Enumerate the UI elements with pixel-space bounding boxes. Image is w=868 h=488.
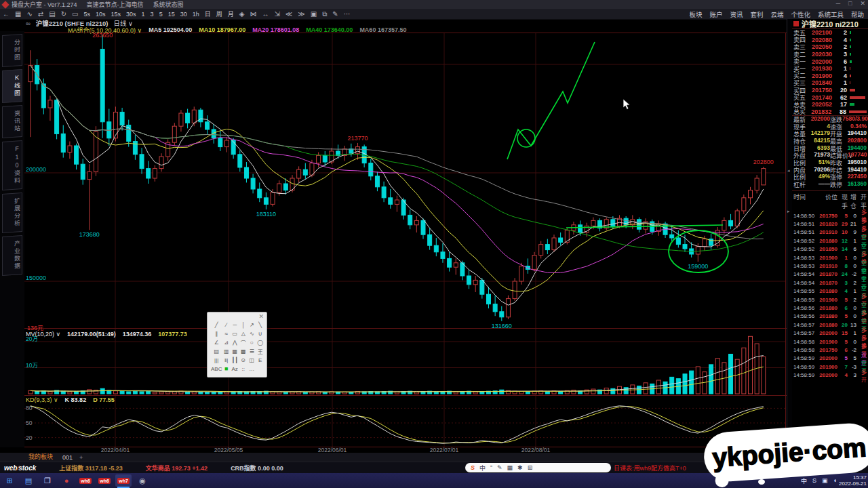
draw-tool[interactable]: ■ (222, 365, 231, 373)
draw-tool[interactable]: ┃┃ (231, 356, 239, 364)
draw-tool[interactable]: E (256, 356, 264, 364)
taskbar-app-◉[interactable]: ◉ (134, 474, 151, 487)
draw-tool[interactable]: ∪ (256, 329, 264, 338)
ime-icon[interactable]: 中 (479, 464, 486, 472)
tray-icon[interactable]: ▣ (822, 477, 828, 484)
draw-tool[interactable]: ▥ (222, 347, 231, 355)
minimize-button[interactable]: ─ (836, 0, 840, 7)
toolbar-icon[interactable]: ✎ (330, 9, 340, 19)
period-button-15[interactable]: 15 (165, 11, 178, 18)
taskbar-app-wh6[interactable]: wh6 (77, 474, 94, 487)
sidebar-tab-分时图[interactable]: 分时图 (2, 34, 22, 67)
mv-label[interactable]: MV(10,20) ∨ (26, 331, 60, 338)
draw-tool[interactable]: ||| (211, 356, 222, 364)
period-button-周[interactable]: 周 (214, 9, 225, 18)
draw-tool[interactable]: ⌒ (239, 338, 248, 346)
draw-tool[interactable]: ╲ (256, 321, 264, 329)
draw-tool[interactable]: 王 (256, 347, 264, 355)
add-board-button[interactable]: + (79, 454, 83, 461)
toolbar-icon[interactable]: ▤ (46, 9, 58, 19)
sidebar-tab-扩展分析[interactable]: 扩展分析 (2, 192, 22, 233)
menu-系统工具[interactable]: 系统工具 (818, 9, 844, 19)
draw-tool[interactable]: ∿ (248, 329, 256, 338)
draw-tool[interactable]: ☰ (248, 347, 256, 355)
close-button[interactable]: ✕ (860, 0, 865, 7)
period-button-月[interactable]: 月 (225, 9, 237, 18)
splitter-arrow-right-icon[interactable]: ▸ (787, 209, 790, 214)
maximize-button[interactable]: □ (848, 0, 852, 7)
toolbar-icon[interactable]: ≫ (295, 9, 307, 19)
index-CRB指数[interactable]: CRB指数 0.00 0.00 (231, 464, 283, 472)
draw-tool[interactable]: △ (239, 329, 248, 338)
sidebar-tab-资讯站[interactable]: 资讯站 (2, 105, 22, 138)
period-button-1h[interactable]: 1h (190, 11, 202, 18)
draw-tool[interactable]: ∠ (211, 338, 222, 346)
menu-帮助[interactable]: 帮助 (851, 9, 864, 19)
period-button-10s[interactable]: 10s (93, 11, 108, 18)
link-icon[interactable]: ∞ (26, 20, 31, 27)
toolbar-icon[interactable]: ▣ (308, 9, 319, 19)
tray-icon[interactable]: ◖ (833, 477, 837, 484)
toolbar-icon[interactable]: ▦ (12, 9, 24, 19)
toolbar-icon[interactable]: ≪ (283, 9, 295, 19)
draw-tool[interactable]: ≈ (222, 329, 231, 338)
draw-tool[interactable]: :: (239, 365, 248, 373)
toolbar-icon[interactable]: ↻ (58, 9, 69, 19)
draw-tool[interactable]: ▦ (231, 347, 239, 355)
period-button-日[interactable]: 日 (202, 9, 214, 18)
menu-套利[interactable]: 套利 (750, 9, 763, 19)
draw-tool[interactable]: ▭ (231, 329, 239, 338)
draw-tool[interactable]: ∥ (211, 329, 222, 338)
period-button-1[interactable]: 1 (139, 11, 148, 18)
taskbar-app-●[interactable]: ● (58, 474, 75, 487)
toolbar-icon[interactable]: ⋯ (341, 9, 353, 19)
draw-tool[interactable]: ◯ (256, 338, 264, 346)
palette-close-icon[interactable]: ✕ (258, 313, 264, 320)
draw-tool[interactable]: ⋀ (231, 338, 239, 346)
tick-row[interactable]: 14:58:5920200043多开 (792, 371, 868, 379)
toolbar-icon[interactable]: ◈ (237, 9, 248, 19)
period-button-5[interactable]: 5 (157, 11, 165, 18)
menu-板块[interactable]: 板块 (689, 9, 702, 19)
ime-icon[interactable]: ” (490, 464, 492, 471)
taskbar-app-❐[interactable]: ❐ (39, 474, 56, 487)
ime-logo-icon[interactable]: S (471, 464, 475, 471)
sidebar-tab-F10资料[interactable]: F10资料 (2, 140, 22, 190)
sidebar-tab-K线图[interactable]: K线图 (2, 69, 22, 103)
draw-tool[interactable]: ○ (248, 338, 256, 346)
tray-icon[interactable]: 中 (801, 476, 807, 485)
system-status-link[interactable]: 系统状态图 (153, 0, 184, 9)
ime-icon[interactable]: ✱ (517, 464, 523, 471)
splitter-arrow-left-icon[interactable]: ◂ (787, 168, 790, 174)
draw-tool[interactable]: Az (231, 365, 239, 373)
taskbar-app-wh7[interactable]: wh7 (115, 474, 132, 487)
toolbar-icon[interactable]: ← (0, 9, 12, 19)
period-button-5s[interactable]: 5s (81, 11, 94, 18)
draw-tool[interactable]: ↗ (248, 321, 256, 329)
period-button-15s[interactable]: 15s (108, 11, 124, 18)
taskbar-app-▤[interactable]: ▤ (20, 474, 37, 487)
toolbar-icon[interactable]: ⋈ (247, 9, 259, 19)
index-上证指数[interactable]: 上证指数 3117.18 -5.23 (59, 464, 123, 472)
draw-tool[interactable]: ‖| (222, 356, 231, 364)
toolbar-icon[interactable]: ⇄ (35, 9, 46, 19)
draw-tool[interactable]: ◫ (248, 356, 256, 364)
toolbar-icon[interactable]: ↔ (259, 9, 271, 19)
period-button-30s[interactable]: 30s (123, 11, 139, 18)
draw-tool[interactable]: ─ (231, 321, 239, 329)
draw-tool[interactable]: ▤ (211, 347, 222, 355)
menu-云端[interactable]: 云端 (770, 9, 783, 19)
kd-label[interactable]: KD(9,3,3) ∨ (26, 396, 58, 403)
ime-icon[interactable]: ✎ (497, 464, 502, 471)
toolbar-icon[interactable]: ⧉ (319, 9, 330, 19)
draw-tool[interactable]: … (248, 365, 256, 373)
panel-splitter[interactable]: ◂ ▸ (787, 19, 792, 447)
ime-toolbar[interactable]: S中”✎▦✱⊞ (465, 463, 611, 472)
book-row-总买[interactable]: 总买20183288 (792, 108, 868, 116)
sidebar-tab-产业数据[interactable]: 产业数据 (2, 235, 22, 276)
index-文华商品[interactable]: 文华商品 192.73 +1.42 (146, 464, 208, 472)
draw-tool[interactable]: ▩ (239, 347, 248, 355)
taskbar-app-⊞[interactable]: ⊞ (1, 474, 18, 487)
period-button-3[interactable]: 3 (148, 11, 157, 18)
draw-tool[interactable]: ⊿ (222, 338, 231, 346)
